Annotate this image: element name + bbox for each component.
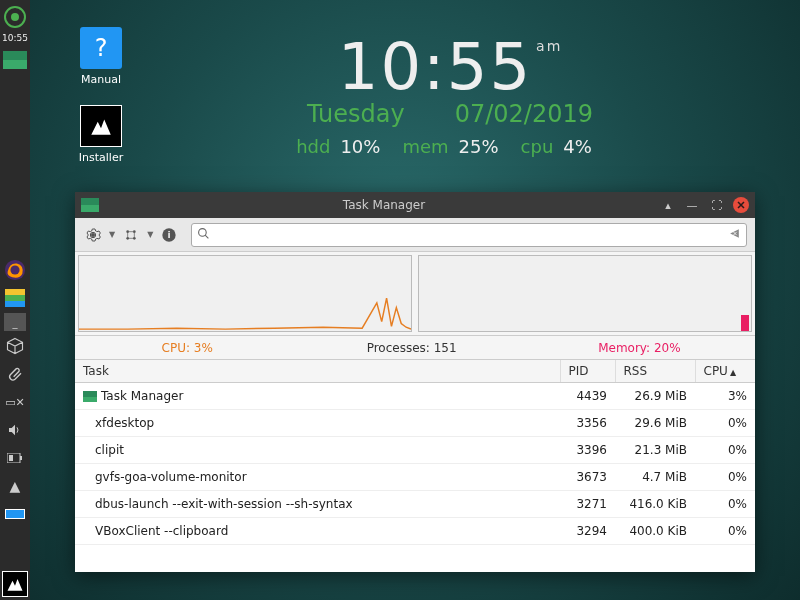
info-button[interactable]: i: [159, 225, 179, 245]
memory-stat: Memory: 20%: [524, 341, 755, 355]
process-name: xfdesktop: [95, 416, 154, 430]
col-task-header[interactable]: Task: [75, 360, 560, 383]
left-panel: 10:55 _ ▭✕ ▲: [0, 0, 30, 600]
process-icon: [83, 391, 97, 402]
panel-clip-icon[interactable]: [2, 361, 28, 387]
search-input[interactable]: [191, 223, 747, 247]
widget-time-value: 10:55: [338, 30, 532, 104]
settings-button[interactable]: [83, 225, 103, 245]
process-pid: 3673: [560, 464, 615, 491]
svg-point-10: [133, 230, 136, 233]
svg-point-12: [133, 237, 136, 240]
processes-dropdown-icon[interactable]: ▼: [147, 230, 153, 239]
process-cpu: 0%: [695, 518, 755, 545]
process-pid: 3356: [560, 410, 615, 437]
process-name: clipit: [95, 443, 124, 457]
minimize-button[interactable]: —: [685, 198, 699, 212]
desktop-icon-label: Manual: [66, 73, 136, 86]
process-row[interactable]: clipit339621.3 MiB0%: [75, 437, 755, 464]
cpu-stat: CPU: 3%: [75, 341, 299, 355]
widget-day: Tuesday: [307, 100, 405, 128]
col-task-label: Task: [83, 364, 109, 378]
processes-stat: Processes: 151: [299, 341, 523, 355]
maximize-button[interactable]: ⛶: [709, 198, 723, 212]
shade-button[interactable]: ▴: [661, 198, 675, 212]
process-pid: 3396: [560, 437, 615, 464]
svg-rect-6: [20, 456, 22, 460]
process-cpu: 3%: [695, 383, 755, 410]
process-rss: 21.3 MiB: [615, 437, 695, 464]
process-row[interactable]: VBoxClient --clipboard3294400.0 KiB0%: [75, 518, 755, 545]
col-rss-label: RSS: [624, 364, 648, 378]
widget-hdd-value: 10%: [340, 136, 380, 157]
widget-mem-value: 25%: [459, 136, 499, 157]
window-icon: [81, 198, 99, 212]
process-table-wrap[interactable]: Task PID RSS CPU▲ Task Manager443926.9 M…: [75, 360, 755, 572]
svg-rect-7: [9, 455, 13, 461]
process-rss: 29.6 MiB: [615, 410, 695, 437]
process-rss: 400.0 KiB: [615, 518, 695, 545]
widget-mem-label: mem: [402, 136, 448, 157]
help-icon: ?: [80, 27, 122, 69]
svg-rect-4: [5, 301, 25, 307]
process-row[interactable]: xfdesktop335629.6 MiB0%: [75, 410, 755, 437]
processes-button[interactable]: [121, 225, 141, 245]
process-name: dbus-launch --exit-with-session --sh-syn…: [95, 497, 353, 511]
panel-display-mute-icon[interactable]: ▭✕: [2, 389, 28, 415]
panel-mx-icon[interactable]: [2, 571, 28, 597]
panel-eject-icon[interactable]: ▲: [2, 473, 28, 499]
widget-ampm: am: [536, 38, 562, 54]
process-row[interactable]: Task Manager443926.9 MiB3%: [75, 383, 755, 410]
panel-battery-icon[interactable]: [2, 445, 28, 471]
process-name: gvfs-goa-volume-monitor: [95, 470, 247, 484]
col-pid-label: PID: [569, 364, 589, 378]
svg-rect-3: [5, 295, 25, 301]
panel-clock[interactable]: 10:55: [2, 32, 28, 45]
distro-logo[interactable]: [2, 4, 28, 30]
panel-volume-icon[interactable]: [2, 417, 28, 443]
process-pid: 3294: [560, 518, 615, 545]
svg-text:i: i: [168, 229, 171, 240]
close-button[interactable]: [733, 197, 749, 213]
widget-cpu-value: 4%: [563, 136, 592, 157]
svg-point-1: [10, 265, 19, 274]
process-rss: 416.0 KiB: [615, 491, 695, 518]
process-pid: 3271: [560, 491, 615, 518]
panel-workspace-icon[interactable]: [2, 501, 28, 527]
task-manager-window: Task Manager ▴ — ⛶ ▼ ▼ i: [75, 192, 755, 572]
desktop-installer-icon[interactable]: Installer: [66, 105, 136, 164]
process-cpu: 0%: [695, 491, 755, 518]
toolbar: ▼ ▼ i: [75, 218, 755, 252]
panel-package-icon[interactable]: [2, 333, 28, 359]
settings-dropdown-icon[interactable]: ▼: [109, 230, 115, 239]
desktop-icon-label: Installer: [66, 151, 136, 164]
clear-search-icon[interactable]: [728, 227, 741, 243]
panel-taskmanager-launcher[interactable]: [2, 47, 28, 73]
col-cpu-label: CPU: [704, 364, 728, 378]
panel-files-icon[interactable]: [2, 285, 28, 311]
svg-point-9: [126, 230, 129, 233]
process-name: Task Manager: [101, 389, 183, 403]
titlebar[interactable]: Task Manager ▴ — ⛶: [75, 192, 755, 218]
process-table: Task PID RSS CPU▲ Task Manager443926.9 M…: [75, 360, 755, 545]
widget-cpu-label: cpu: [521, 136, 554, 157]
graphs-area: [75, 252, 755, 336]
widget-hdd-label: hdd: [296, 136, 330, 157]
process-pid: 4439: [560, 383, 615, 410]
installer-icon: [80, 105, 122, 147]
col-rss-header[interactable]: RSS: [615, 360, 695, 383]
widget-date: 07/02/2019: [455, 100, 593, 128]
desktop-manual-icon[interactable]: ? Manual: [66, 27, 136, 86]
col-pid-header[interactable]: PID: [560, 360, 615, 383]
widget-time: 10:55 am: [250, 30, 650, 104]
panel-firefox-icon[interactable]: [2, 257, 28, 283]
process-row[interactable]: dbus-launch --exit-with-session --sh-syn…: [75, 491, 755, 518]
process-cpu: 0%: [695, 437, 755, 464]
svg-point-11: [126, 237, 129, 240]
cpu-graph: [78, 255, 412, 332]
panel-terminal-icon[interactable]: _: [4, 313, 26, 331]
process-cpu: 0%: [695, 410, 755, 437]
col-cpu-header[interactable]: CPU▲: [695, 360, 755, 383]
process-rss: 4.7 MiB: [615, 464, 695, 491]
process-row[interactable]: gvfs-goa-volume-monitor36734.7 MiB0%: [75, 464, 755, 491]
